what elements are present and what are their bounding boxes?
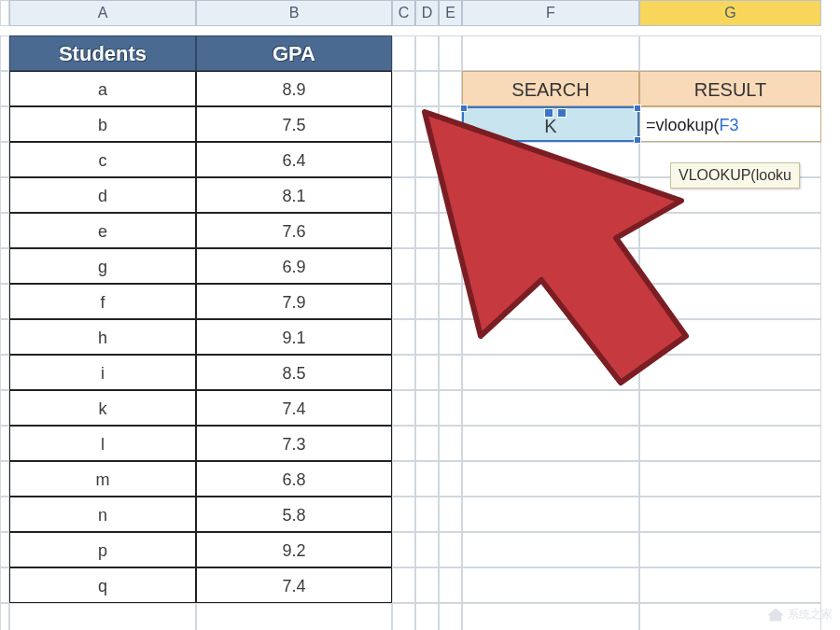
col-header-c[interactable]: C: [392, 0, 415, 26]
empty-cell[interactable]: [415, 532, 439, 567]
empty-cell[interactable]: [439, 284, 462, 319]
empty-cell[interactable]: [462, 461, 639, 497]
empty-cell[interactable]: [392, 213, 415, 248]
empty-cell[interactable]: [439, 142, 462, 177]
empty-cell[interactable]: [439, 319, 462, 355]
empty-cell[interactable]: [415, 461, 439, 497]
empty-cell[interactable]: [415, 142, 439, 177]
student-cell[interactable]: a: [9, 71, 196, 106]
gpa-cell[interactable]: 7.4: [196, 567, 392, 603]
empty-cell[interactable]: [439, 461, 462, 497]
empty-cell[interactable]: [439, 71, 462, 106]
empty-cell[interactable]: [439, 497, 462, 532]
empty-cell[interactable]: [439, 355, 462, 390]
student-cell[interactable]: f: [9, 284, 196, 319]
empty-cell[interactable]: [392, 461, 415, 497]
empty-cell[interactable]: [639, 567, 821, 603]
student-cell[interactable]: l: [9, 426, 196, 461]
empty-cell[interactable]: [415, 426, 439, 461]
empty-cell[interactable]: [439, 213, 462, 248]
empty-cell[interactable]: [392, 177, 415, 213]
student-cell[interactable]: h: [9, 319, 196, 355]
gpa-cell[interactable]: 7.3: [196, 426, 392, 461]
empty-cell[interactable]: [415, 177, 439, 213]
gpa-cell[interactable]: 5.8: [196, 497, 392, 532]
student-cell[interactable]: p: [9, 532, 196, 567]
student-cell[interactable]: i: [9, 355, 196, 390]
empty-cell[interactable]: [639, 461, 821, 497]
gpa-cell[interactable]: 6.4: [196, 142, 392, 177]
empty-cell[interactable]: [462, 532, 639, 567]
empty-cell[interactable]: [439, 248, 462, 284]
empty-cell[interactable]: [392, 567, 415, 603]
empty-cell[interactable]: [415, 567, 439, 603]
empty-cell[interactable]: [639, 426, 821, 461]
student-cell[interactable]: d: [9, 177, 196, 213]
empty-cell[interactable]: [639, 213, 821, 248]
gpa-cell[interactable]: 6.8: [196, 461, 392, 497]
student-cell[interactable]: g: [9, 248, 196, 284]
empty-cell[interactable]: [639, 248, 821, 284]
student-cell[interactable]: k: [9, 390, 196, 426]
empty-cell[interactable]: [439, 567, 462, 603]
col-header-f[interactable]: F: [462, 0, 639, 26]
col-header-g[interactable]: G: [639, 0, 821, 26]
empty-cell[interactable]: [415, 106, 439, 142]
formula-cell[interactable]: =vlookup(F3: [639, 106, 821, 142]
search-value-cell[interactable]: K: [462, 106, 639, 142]
student-cell[interactable]: b: [9, 106, 196, 142]
empty-cell[interactable]: [439, 532, 462, 567]
gpa-cell[interactable]: 7.6: [196, 213, 392, 248]
empty-cell[interactable]: [439, 426, 462, 461]
empty-cell[interactable]: [392, 35, 415, 71]
spreadsheet-grid[interactable]: A B C D E F G StudentsGPAa8.9SEARCHRESUL…: [0, 0, 840, 630]
empty-cell[interactable]: [392, 390, 415, 426]
empty-cell[interactable]: [9, 603, 196, 630]
table-header-students[interactable]: Students: [9, 35, 196, 71]
empty-cell[interactable]: [462, 248, 639, 284]
empty-cell[interactable]: [439, 106, 462, 142]
empty-cell[interactable]: [639, 390, 821, 426]
gpa-cell[interactable]: 6.9: [196, 248, 392, 284]
empty-cell[interactable]: [392, 142, 415, 177]
col-header-e[interactable]: E: [439, 0, 462, 26]
empty-cell[interactable]: [392, 284, 415, 319]
empty-cell[interactable]: [415, 603, 439, 630]
gpa-cell[interactable]: 7.9: [196, 284, 392, 319]
table-header-gpa[interactable]: GPA: [196, 35, 392, 71]
gpa-cell[interactable]: 9.1: [196, 319, 392, 355]
gpa-cell[interactable]: 8.9: [196, 71, 392, 106]
student-cell[interactable]: q: [9, 567, 196, 603]
empty-cell[interactable]: [392, 355, 415, 390]
empty-cell[interactable]: [392, 248, 415, 284]
empty-cell[interactable]: [462, 567, 639, 603]
empty-cell[interactable]: [392, 497, 415, 532]
search-label-cell[interactable]: SEARCH: [462, 71, 639, 106]
empty-cell[interactable]: [462, 177, 639, 213]
empty-cell[interactable]: [392, 426, 415, 461]
empty-cell[interactable]: [639, 319, 821, 355]
col-header-d[interactable]: D: [415, 0, 439, 26]
student-cell[interactable]: e: [9, 213, 196, 248]
empty-cell[interactable]: [415, 497, 439, 532]
empty-cell[interactable]: [392, 532, 415, 567]
empty-cell[interactable]: [639, 284, 821, 319]
empty-cell[interactable]: [415, 390, 439, 426]
result-label-cell[interactable]: RESULT: [639, 71, 821, 106]
empty-cell[interactable]: [392, 71, 415, 106]
empty-cell[interactable]: [415, 284, 439, 319]
empty-cell[interactable]: [415, 248, 439, 284]
empty-cell[interactable]: [462, 213, 639, 248]
gpa-cell[interactable]: 7.5: [196, 106, 392, 142]
empty-cell[interactable]: [439, 603, 462, 630]
empty-cell[interactable]: [462, 284, 639, 319]
empty-cell[interactable]: [462, 142, 639, 177]
empty-cell[interactable]: [639, 532, 821, 567]
empty-cell[interactable]: [462, 35, 639, 71]
empty-cell[interactable]: [415, 35, 439, 71]
col-header-b[interactable]: B: [196, 0, 392, 26]
empty-cell[interactable]: [415, 71, 439, 106]
gpa-cell[interactable]: 9.2: [196, 532, 392, 567]
empty-cell[interactable]: [439, 177, 462, 213]
empty-cell[interactable]: [415, 213, 439, 248]
